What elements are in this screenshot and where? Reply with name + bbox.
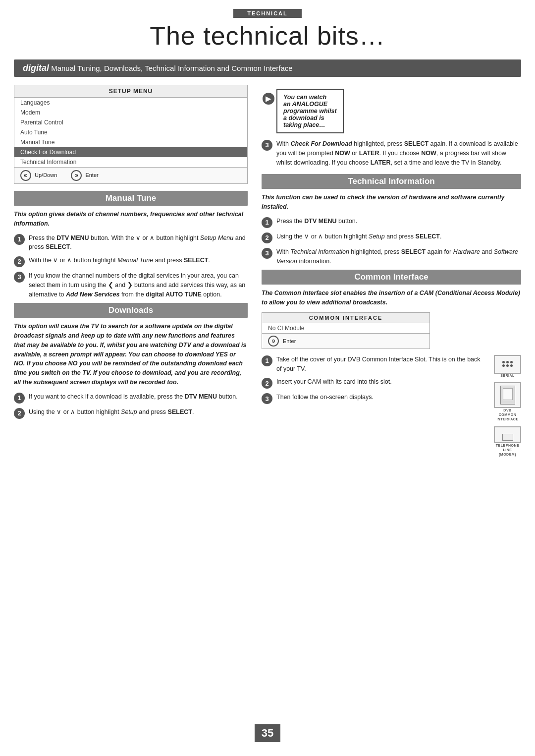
- dot: [510, 361, 513, 363]
- menu-item-modem: Modem: [14, 108, 247, 117]
- updown-label: Up/Down: [35, 172, 57, 178]
- tech-step-2: 2 Using the ∨ or ∧ button highlight Setu…: [262, 232, 521, 243]
- note-line1: You can watch: [283, 94, 326, 101]
- ci-steps: 1 Take off the cover of your DVB Common …: [262, 355, 484, 457]
- note-box: You can watch an ANALOGUE programme whil…: [276, 89, 344, 133]
- enter-label: Enter: [85, 172, 98, 178]
- step-num-3: 3: [14, 272, 25, 283]
- banner-digital-label: digital: [23, 63, 49, 73]
- menu-item-autotune: Auto Tune: [14, 127, 247, 137]
- step-text-3: If you know the channel numbers of the d…: [29, 271, 248, 299]
- serial-connector: SERIAL: [494, 355, 521, 377]
- note-line2: an ANALOGUE: [283, 101, 327, 108]
- note-line5: taking place…: [283, 121, 325, 128]
- page-header: Technical The technical bits…: [0, 0, 535, 51]
- manual-tune-intro: This option gives details of channel num…: [14, 210, 248, 229]
- menu-item-manualtune: Manual Tune: [14, 137, 247, 147]
- left-column: Setup Menu Languages Modem Parental Cont…: [14, 85, 257, 457]
- enter-control: ⊙ Enter: [71, 170, 98, 181]
- modem-connector: TELEPHONELINE(MODEM): [494, 426, 521, 457]
- digital-banner: digital Manual Tuning, Downloads, Techni…: [14, 59, 521, 77]
- manual-tune-header: Manual Tune: [14, 191, 248, 206]
- updown-icon: ⊙: [20, 170, 31, 181]
- step-text-2: With the ∨ or ∧ button highlight Manual …: [29, 256, 248, 265]
- modem-block: [494, 426, 521, 443]
- note-icon: ▶: [263, 93, 274, 105]
- dl-step-text-2: Using the ∨ or ∧ button highlight Setup …: [29, 407, 248, 417]
- dvb-label: DVBCOMMONINTERFACE: [496, 408, 518, 421]
- menu-item-parental: Parental Control: [14, 117, 247, 127]
- dvb-connector: DVBCOMMONINTERFACE: [494, 382, 521, 421]
- note-line3: programme whilst: [283, 108, 337, 115]
- ci-enter-icon: ⊙: [268, 336, 279, 347]
- common-interface-intro: The Common Interface slot enables the in…: [262, 289, 521, 307]
- downloads-header: Downloads: [14, 303, 248, 318]
- manual-tune-step-1: 1 Press the DTV MENU button. With the ∨ …: [14, 233, 248, 252]
- tech-step-text-1: Press the DTV MENU button.: [276, 217, 521, 226]
- menu-item-languages: Languages: [14, 98, 247, 108]
- tech-step-text-2: Using the ∨ or ∧ button highlight Setup …: [276, 232, 521, 241]
- dot: [506, 361, 509, 363]
- dot: [502, 361, 505, 363]
- tech-step-1: 1 Press the DTV MENU button.: [262, 217, 521, 228]
- ci-step-num-3: 3: [262, 393, 272, 404]
- card-slot: [503, 388, 513, 400]
- technical-information-intro: This function can be used to check the v…: [262, 193, 521, 212]
- dot: [506, 364, 509, 367]
- step-num-1: 1: [14, 234, 25, 245]
- dvb-slot: [500, 386, 515, 405]
- tech-step-num-3: 3: [262, 248, 272, 259]
- manual-tune-step-2: 2 With the ∨ or ∧ button highlight Manua…: [14, 256, 248, 267]
- technical-information-header: Technical Information: [262, 174, 521, 189]
- connector-diagram: SERIAL DVBCOMMONINTERFACE TE: [494, 355, 521, 457]
- dot: [510, 364, 513, 367]
- ci-step-text-3: Then follow the on-screen displays.: [276, 393, 484, 402]
- tech-step-text-3: With Technical Information highlighted, …: [276, 247, 521, 266]
- menu-item-techinfo: Technical Information: [14, 157, 247, 167]
- ci-step-3: 3 Then follow the on-screen displays.: [262, 393, 484, 404]
- main-title: The technical bits…: [150, 21, 385, 50]
- right-download-step3: 3 With Check For Download highlighted, p…: [262, 139, 521, 167]
- dl-step-num-3: 3: [262, 140, 272, 151]
- dl-step-num-2: 2: [14, 408, 25, 419]
- ci-step-text-2: Insert your CAM with its card into this …: [276, 377, 484, 387]
- step-num-2: 2: [14, 256, 25, 267]
- menu-item-checkdownload: Check For Download: [14, 147, 247, 157]
- enter-icon: ⊙: [71, 170, 82, 181]
- dl-step-num-1: 1: [14, 393, 25, 404]
- dl-step-text-1: If you want to check if a download is av…: [29, 392, 248, 402]
- tech-step-3: 3 With Technical Information highlighted…: [262, 247, 521, 266]
- serial-block: [494, 355, 521, 374]
- downloads-step-1: 1 If you want to check if a download is …: [14, 392, 248, 404]
- setup-menu-footer: ⊙ Up/Down ⊙ Enter: [14, 167, 247, 183]
- tech-step-num-1: 1: [262, 217, 272, 228]
- tech-step-num-2: 2: [262, 233, 272, 243]
- ci-box-item: No CI Module: [262, 323, 429, 333]
- ci-step-num-2: 2: [262, 378, 272, 389]
- step-text-1: Press the DTV MENU button. With the ∨ or…: [29, 233, 248, 252]
- ci-box-title: Common Interface: [262, 313, 429, 323]
- ci-box-footer: ⊙ Enter: [262, 333, 429, 349]
- dot: [502, 364, 505, 367]
- dl-step-text-3: With Check For Download highlighted, pre…: [276, 139, 521, 167]
- technical-badge: Technical: [233, 9, 302, 18]
- banner-text: Manual Tuning, Downloads, Technical Info…: [49, 64, 293, 72]
- modem-label: TELEPHONELINE(MODEM): [496, 443, 519, 457]
- ci-step-2: 2 Insert your CAM with its card into thi…: [262, 377, 484, 389]
- dot-grid: [502, 361, 513, 367]
- right-column: ▶ You can watch an ANALOGUE programme wh…: [257, 85, 521, 457]
- downloads-step-2: 2 Using the ∨ or ∧ button highlight Setu…: [14, 407, 248, 419]
- dvb-block: [494, 382, 521, 408]
- ci-enter-label: Enter: [283, 338, 296, 344]
- serial-label: SERIAL: [500, 374, 515, 377]
- ci-step-1: 1 Take off the cover of your DVB Common …: [262, 355, 484, 374]
- common-interface-header: Common Interface: [262, 270, 521, 285]
- ci-step-text-1: Take off the cover of your DVB Common In…: [276, 355, 484, 374]
- page-number: 35: [255, 724, 280, 742]
- manual-tune-step-3: 3 If you know the channel numbers of the…: [14, 271, 248, 299]
- setup-menu-title: Setup Menu: [14, 85, 247, 98]
- content-area: Setup Menu Languages Modem Parental Cont…: [14, 77, 521, 457]
- ci-box: Common Interface No CI Module ⊙ Enter: [262, 312, 430, 349]
- downloads-intro: This option will cause the TV to search …: [14, 322, 248, 387]
- ci-steps-area: 1 Take off the cover of your DVB Common …: [262, 355, 521, 457]
